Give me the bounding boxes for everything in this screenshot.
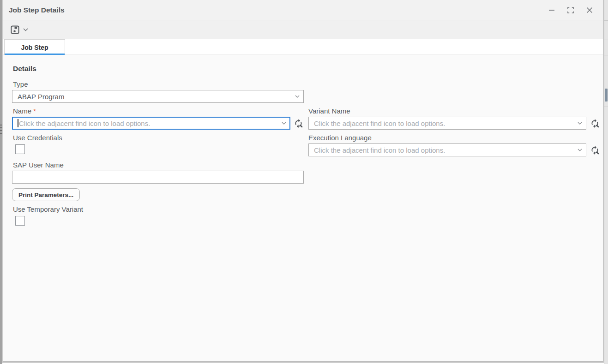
sap-user-name-label: SAP User Name	[13, 161, 64, 169]
close-button[interactable]	[584, 4, 596, 16]
required-marker: *	[33, 107, 36, 115]
name-combobox[interactable]	[12, 117, 290, 130]
name-label: Name *	[13, 107, 36, 115]
use-credentials-checkbox[interactable]	[15, 144, 25, 154]
execution-language-find-icon[interactable]	[590, 145, 600, 155]
maximize-button[interactable]	[565, 4, 577, 16]
window-title: Job Step Details	[9, 0, 65, 20]
minimize-button[interactable]	[546, 4, 558, 16]
execution-language-combobox[interactable]	[308, 143, 586, 156]
execution-language-label: Execution Language	[308, 134, 372, 142]
vertical-scrollbar[interactable]	[604, 0, 608, 364]
type-combobox[interactable]	[12, 90, 304, 103]
name-find-icon[interactable]	[293, 118, 303, 128]
scrollbar-thumb[interactable]	[605, 89, 608, 101]
tabstrip: Job Step	[3, 39, 603, 55]
type-input[interactable]	[12, 90, 304, 103]
variant-name-combobox[interactable]	[308, 117, 586, 130]
variant-name-label: Variant Name	[308, 107, 350, 115]
toolbar	[3, 20, 603, 39]
name-input[interactable]	[12, 117, 290, 130]
use-credentials-label: Use Credentials	[13, 134, 62, 142]
job-step-details-dialog: Job Step Details	[2, 0, 604, 363]
type-label: Type	[13, 80, 28, 88]
sap-user-name-field[interactable]	[12, 171, 304, 184]
form-content: Details Type Name * Var	[3, 55, 603, 361]
tab-label: Job Step	[21, 44, 48, 51]
variant-name-find-icon[interactable]	[590, 118, 600, 128]
use-temporary-variant-checkbox[interactable]	[15, 216, 25, 226]
titlebar: Job Step Details	[3, 0, 603, 20]
details-heading: Details	[13, 65, 36, 73]
save-split-button[interactable]	[9, 24, 30, 36]
tab-job-step[interactable]: Job Step	[4, 39, 65, 55]
use-temporary-variant-label: Use Temporary Variant	[13, 205, 83, 213]
variant-name-input[interactable]	[308, 117, 586, 130]
sap-user-name-input[interactable]	[12, 171, 304, 184]
save-icon[interactable]	[11, 25, 19, 34]
execution-language-input[interactable]	[308, 143, 586, 156]
save-menu-chevron-down-icon[interactable]	[23, 28, 28, 31]
print-parameters-button[interactable]: Print Parameters...	[12, 188, 80, 201]
text-caret	[18, 119, 18, 127]
